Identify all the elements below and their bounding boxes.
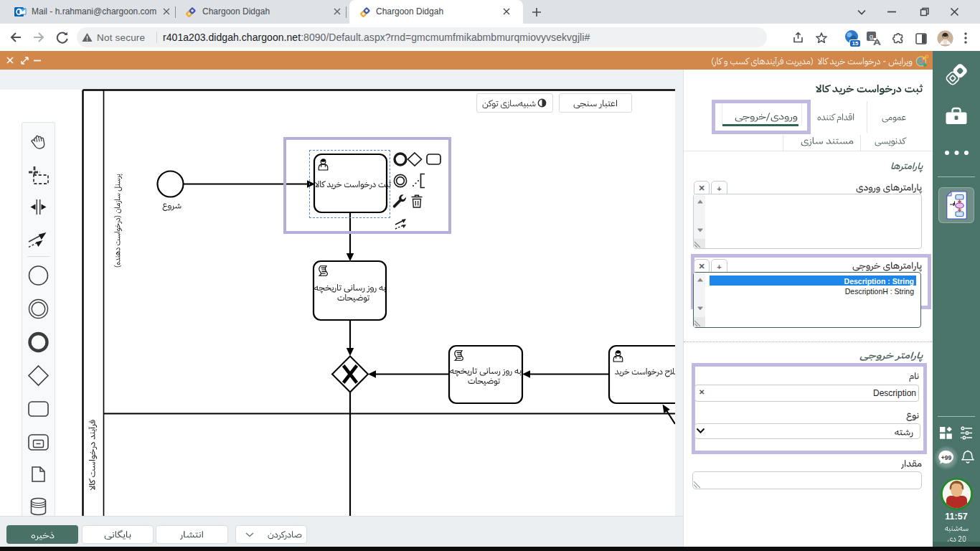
svg-text:g: g <box>870 32 873 40</box>
svg-text:+99: +99 <box>941 454 952 461</box>
svg-text:15: 15 <box>852 40 859 47</box>
